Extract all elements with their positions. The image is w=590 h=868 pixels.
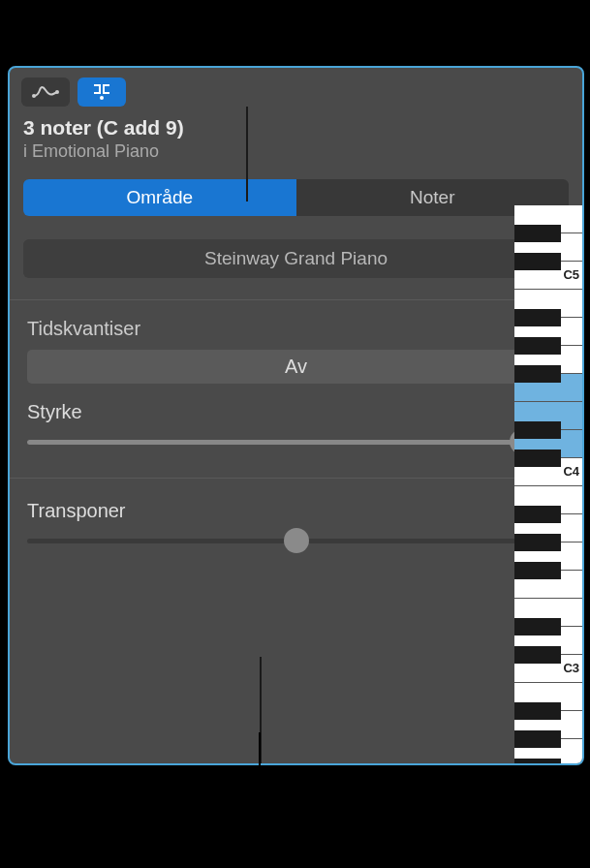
black-key[interactable]	[514, 450, 561, 467]
black-key[interactable]	[514, 421, 561, 439]
black-key[interactable]	[514, 337, 561, 355]
velocity-label: Styrke	[27, 401, 82, 423]
transpose-thumb[interactable]	[284, 528, 309, 553]
quantize-select[interactable]: Av ▲▼	[27, 350, 565, 384]
svg-point-2	[100, 96, 104, 100]
instrument-row: Steinway Grand Piano	[23, 239, 569, 278]
callout-line-inner-top	[246, 107, 248, 202]
selection-title: 3 noter (C add 9)	[23, 116, 569, 140]
midi-in-button[interactable]	[78, 78, 126, 107]
black-key[interactable]	[514, 702, 561, 720]
piano-keyboard[interactable]: C5 C4 C3	[514, 205, 582, 763]
black-key[interactable]	[514, 562, 561, 579]
svg-point-0	[32, 94, 36, 98]
svg-point-1	[55, 90, 59, 94]
selection-info: 3 noter (C add 9) i Emotional Piano	[10, 116, 582, 173]
black-key[interactable]	[514, 646, 561, 664]
black-key[interactable]	[514, 618, 561, 636]
midi-in-icon	[88, 83, 115, 101]
black-key[interactable]	[514, 225, 561, 242]
automation-icon	[32, 84, 59, 100]
callout-line-top	[246, 0, 248, 66]
transpose-section: Transponer 0	[10, 479, 582, 549]
velocity-slider[interactable]	[27, 433, 565, 450]
transpose-slider[interactable]	[27, 532, 565, 549]
tab-region[interactable]: Område	[23, 179, 296, 216]
quantize-value: Av	[285, 356, 307, 378]
black-key[interactable]	[514, 365, 561, 383]
black-key[interactable]	[514, 506, 561, 523]
callout-line-bottom	[259, 732, 261, 868]
black-key[interactable]	[514, 253, 561, 270]
inspector-panel: 3 noter (C add 9) i Emotional Piano Områ…	[8, 66, 584, 765]
automation-button[interactable]	[21, 78, 70, 107]
transpose-label: Transponer	[27, 500, 126, 522]
black-key[interactable]	[514, 730, 561, 748]
velocity-section: Styrke 100	[10, 384, 582, 450]
quantize-label: Tidskvantiser	[27, 318, 565, 340]
instrument-button[interactable]: Steinway Grand Piano	[23, 239, 569, 278]
black-key[interactable]	[514, 309, 561, 326]
black-key[interactable]	[514, 534, 561, 551]
tab-control: Område Noter	[23, 179, 569, 216]
selection-subtitle: i Emotional Piano	[23, 141, 569, 162]
black-key[interactable]	[514, 759, 561, 765]
quantize-section: Tidskvantiser Av ▲▼	[10, 300, 582, 384]
toolbar	[10, 68, 582, 116]
